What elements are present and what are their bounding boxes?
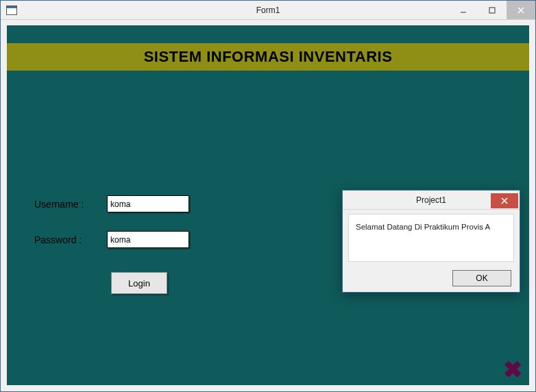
svg-line-2: [518, 8, 524, 13]
dialog-titlebar[interactable]: Project1: [343, 191, 520, 210]
main-titlebar[interactable]: Form1: [1, 1, 535, 20]
main-window: Form1 SISTEM INFORMASI INVENTARIS Userna…: [0, 0, 536, 392]
title-banner: SISTEM INFORMASI INVENTARIS: [7, 43, 529, 71]
banner-title: SISTEM INFORMASI INVENTARIS: [144, 48, 393, 66]
password-input[interactable]: [107, 231, 189, 248]
svg-line-3: [518, 8, 524, 13]
exit-icon[interactable]: ✖: [503, 358, 522, 381]
form-icon: [6, 5, 17, 15]
close-button[interactable]: [507, 1, 535, 19]
username-label: Username :: [34, 199, 107, 210]
window-title: Form1: [256, 5, 280, 15]
minimize-button[interactable]: [449, 1, 478, 19]
username-input[interactable]: [107, 195, 189, 212]
username-row: Username :: [34, 195, 189, 212]
password-label: Password :: [34, 234, 107, 245]
dialog-footer: OK: [343, 265, 520, 292]
dialog-ok-button[interactable]: OK: [452, 270, 511, 286]
dialog-title: Project1: [416, 195, 446, 205]
login-button[interactable]: Login: [111, 272, 167, 294]
maximize-button[interactable]: [478, 1, 507, 19]
password-row: Password :: [34, 231, 189, 248]
message-dialog: Project1 Selamat Datang Di Praktikum Pro…: [342, 190, 520, 293]
dialog-body: Selamat Datang Di Praktikum Provis A: [348, 214, 514, 262]
window-controls: [449, 1, 535, 19]
dialog-close-button[interactable]: [491, 193, 518, 208]
svg-rect-1: [489, 8, 495, 13]
dialog-message: Selamat Datang Di Praktikum Provis A: [356, 223, 490, 231]
